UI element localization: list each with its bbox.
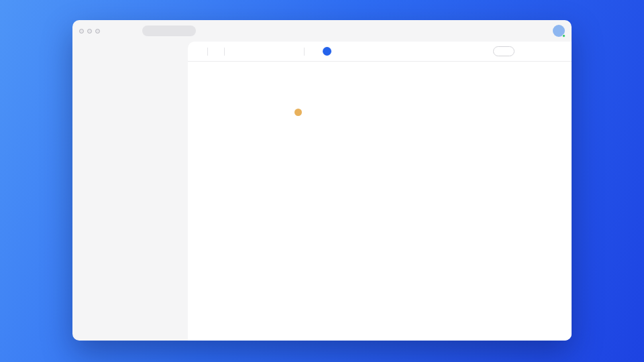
chat-icon[interactable] bbox=[535, 48, 543, 56]
language-icon[interactable] bbox=[549, 48, 557, 56]
window-close-button[interactable] bbox=[79, 29, 84, 34]
doc-page-icon bbox=[294, 74, 311, 94]
lock-icon bbox=[500, 49, 505, 54]
page-tree bbox=[72, 62, 188, 304]
back-icon[interactable] bbox=[80, 49, 86, 55]
profile-icon[interactable] bbox=[494, 27, 501, 35]
text-color-dropdown[interactable] bbox=[252, 50, 257, 54]
titlebar bbox=[72, 20, 572, 42]
nav-forward-icon[interactable] bbox=[127, 28, 133, 34]
window-controls bbox=[79, 29, 100, 34]
notifications-icon[interactable] bbox=[508, 27, 516, 35]
comment-icon[interactable] bbox=[310, 48, 317, 55]
insert-block-button[interactable] bbox=[323, 47, 331, 56]
doc-outline-panel bbox=[188, 62, 290, 341]
desktop-background: { "titlebar": { "logo_top": "zoom", "log… bbox=[0, 0, 644, 362]
sidebar bbox=[72, 42, 188, 341]
align-icon bbox=[286, 48, 293, 55]
doc-toolbar bbox=[188, 42, 572, 62]
chevron-down-icon bbox=[253, 50, 257, 54]
side-panel-icon[interactable] bbox=[523, 27, 531, 35]
editor-icon bbox=[313, 110, 318, 115]
doc-content[interactable] bbox=[290, 62, 572, 341]
ai-companion-icon[interactable] bbox=[538, 27, 545, 35]
user-avatar[interactable] bbox=[553, 25, 565, 37]
divider bbox=[304, 48, 305, 56]
doc-surface bbox=[188, 42, 572, 341]
add-page-button[interactable] bbox=[80, 307, 180, 320]
sidebar-search-icon[interactable] bbox=[165, 49, 171, 55]
collapse-toolbar-icon[interactable] bbox=[337, 48, 344, 55]
author-avatar bbox=[294, 111, 302, 116]
search-icon bbox=[146, 29, 151, 34]
share-button[interactable] bbox=[493, 46, 515, 56]
divider bbox=[224, 48, 225, 56]
video-call-icon[interactable] bbox=[521, 48, 529, 56]
window-zoom-button[interactable] bbox=[95, 29, 100, 34]
show-deleted-pages-button[interactable] bbox=[80, 320, 180, 333]
divider bbox=[207, 48, 208, 56]
global-search-input[interactable] bbox=[142, 25, 196, 36]
doc-byline bbox=[294, 109, 551, 116]
app-window bbox=[72, 20, 572, 341]
text-style-dropdown[interactable] bbox=[213, 50, 219, 54]
hub-pencil-icon bbox=[89, 48, 97, 56]
window-minimize-button[interactable] bbox=[87, 29, 92, 34]
avatar-silhouette-icon bbox=[553, 25, 560, 32]
chevron-down-icon bbox=[294, 50, 299, 54]
status-online-dot bbox=[562, 34, 566, 38]
outline-collapse-icon[interactable] bbox=[199, 129, 205, 135]
add-page-chevron-icon[interactable] bbox=[174, 310, 180, 316]
nav-back-icon[interactable] bbox=[114, 28, 119, 34]
sidebar-collapse-icon[interactable] bbox=[174, 49, 180, 55]
deleted-page-icon bbox=[80, 323, 87, 329]
chevron-down-icon bbox=[215, 50, 219, 54]
link-icon[interactable] bbox=[262, 48, 270, 55]
align-dropdown[interactable] bbox=[286, 48, 299, 55]
